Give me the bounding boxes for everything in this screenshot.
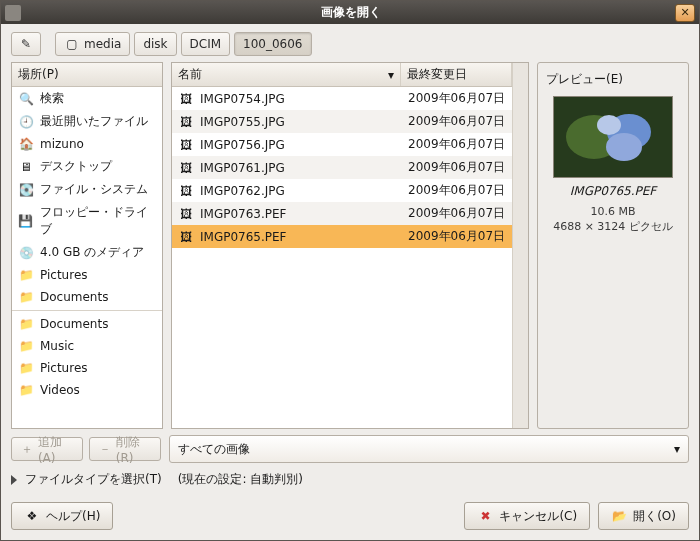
triangle-right-icon [11, 475, 17, 485]
places-item[interactable]: 📁Videos [12, 379, 162, 401]
plus-icon: ＋ [20, 441, 34, 457]
file-name: IMGP0765.PEF [200, 230, 287, 244]
chevron-down-icon: ▾ [674, 442, 680, 456]
places-item[interactable]: 💽ファイル・システム [12, 178, 162, 201]
file-row[interactable]: 🖼IMGP0761.JPG2009年06月07日 [172, 156, 512, 179]
folder-icon: 📁 [18, 289, 34, 305]
path-segment[interactable]: DCIM [181, 32, 231, 56]
image-file-icon: 🖼 [178, 229, 194, 245]
thumbnail-image-icon [554, 97, 672, 177]
file-name: IMGP0761.JPG [200, 161, 285, 175]
scrollbar[interactable] [512, 63, 528, 428]
file-row[interactable]: 🖼IMGP0763.PEF2009年06月07日 [172, 202, 512, 225]
filetype-expander[interactable]: ファイルタイプを選択(T) (現在の設定: 自動判別) [11, 469, 689, 490]
places-item[interactable]: 🔍検索 [12, 87, 162, 110]
file-date: 2009年06月07日 [402, 202, 512, 225]
file-date: 2009年06月07日 [402, 110, 512, 133]
minus-icon: － [98, 441, 112, 457]
places-item-label: フロッピー・ドライブ [40, 204, 156, 238]
places-item[interactable]: 🕘最近開いたファイル [12, 110, 162, 133]
places-item-label: Documents [40, 290, 108, 304]
folder-icon: 📁 [18, 360, 34, 376]
places-item[interactable]: 📁Pictures [12, 264, 162, 286]
places-item[interactable]: 💾フロッピー・ドライブ [12, 201, 162, 241]
places-item-label: Pictures [40, 268, 88, 282]
image-file-icon: 🖼 [178, 137, 194, 153]
places-buttons: ＋追加(A) －削除(R) [11, 437, 161, 461]
places-item[interactable]: 🏠mizuno [12, 133, 162, 155]
file-list-panel: 名前 ▾ 最終変更日 🖼IMGP0754.JPG2009年06月07日🖼IMGP… [171, 62, 529, 429]
edit-path-button[interactable]: ✎ [11, 32, 41, 56]
recent-icon: 🕘 [18, 114, 34, 130]
preview-thumbnail [553, 96, 673, 178]
preview-panel: プレビュー(E) IMGP0765.PEF 10.6 MB 4688 × 312… [537, 62, 689, 429]
file-name: IMGP0756.JPG [200, 138, 285, 152]
sort-indicator-icon: ▾ [388, 68, 394, 82]
column-header-name[interactable]: 名前 ▾ [172, 63, 401, 86]
path-segment[interactable]: disk [134, 32, 176, 56]
path-segment[interactable]: ▢ media [55, 32, 130, 56]
file-row[interactable]: 🖼IMGP0765.PEF2009年06月07日 [172, 225, 512, 248]
folder-icon: 📁 [18, 267, 34, 283]
places-item-label: Pictures [40, 361, 88, 375]
places-item[interactable]: 📁Documents [12, 286, 162, 308]
preview-meta: 10.6 MB 4688 × 3124 ピクセル [553, 204, 673, 235]
file-name: IMGP0754.JPG [200, 92, 285, 106]
file-date: 2009年06月07日 [402, 87, 512, 110]
open-folder-icon: 📂 [611, 508, 627, 524]
places-item-label: 最近開いたファイル [40, 113, 148, 130]
image-file-icon: 🖼 [178, 114, 194, 130]
folder-icon: 📁 [18, 338, 34, 354]
places-item[interactable]: 💿4.0 GB のメディア [12, 241, 162, 264]
places-item-label: Documents [40, 317, 108, 331]
path-segment-current[interactable]: 100_0606 [234, 32, 311, 56]
file-name: IMGP0762.JPG [200, 184, 285, 198]
help-button[interactable]: ❖ ヘルプ(H) [11, 502, 113, 530]
cancel-icon: ✖ [477, 508, 493, 524]
remove-place-button[interactable]: －削除(R) [89, 437, 161, 461]
places-item-label: Music [40, 339, 74, 353]
preview-filename: IMGP0765.PEF [570, 184, 657, 198]
dialog-body: ✎ ▢ media disk DCIM 100_0606 場所(P) 🔍検索🕘最… [1, 24, 699, 540]
app-icon [5, 5, 21, 21]
file-open-dialog: 画像を開く ✕ ✎ ▢ media disk DCIM 100_0606 場所(… [0, 0, 700, 541]
close-button[interactable]: ✕ [675, 4, 695, 22]
column-header-modified[interactable]: 最終変更日 [401, 63, 512, 86]
places-item[interactable]: 📁Documents [12, 313, 162, 335]
file-date: 2009年06月07日 [402, 225, 512, 248]
image-file-icon: 🖼 [178, 183, 194, 199]
places-item-label: ファイル・システム [40, 181, 148, 198]
folder-icon: 📁 [18, 382, 34, 398]
places-item[interactable]: 🖥デスクトップ [12, 155, 162, 178]
help-icon: ❖ [24, 508, 40, 524]
places-header[interactable]: 場所(P) [12, 63, 162, 87]
file-list[interactable]: 🖼IMGP0754.JPG2009年06月07日🖼IMGP0755.JPG200… [172, 87, 512, 428]
file-row[interactable]: 🖼IMGP0755.JPG2009年06月07日 [172, 110, 512, 133]
image-file-icon: 🖼 [178, 91, 194, 107]
file-row[interactable]: 🖼IMGP0762.JPG2009年06月07日 [172, 179, 512, 202]
places-list: 🔍検索🕘最近開いたファイル🏠mizuno🖥デスクトップ💽ファイル・システム💾フロ… [12, 87, 162, 428]
drive-icon: ▢ [64, 36, 80, 52]
pencil-icon: ✎ [18, 36, 34, 52]
file-date: 2009年06月07日 [402, 133, 512, 156]
svg-point-4 [597, 115, 621, 135]
image-file-icon: 🖼 [178, 206, 194, 222]
places-item-label: 4.0 GB のメディア [40, 244, 144, 261]
file-row[interactable]: 🖼IMGP0754.JPG2009年06月07日 [172, 87, 512, 110]
window-title: 画像を開く [27, 4, 675, 21]
places-item[interactable]: 📁Pictures [12, 357, 162, 379]
home-icon: 🏠 [18, 136, 34, 152]
file-row[interactable]: 🖼IMGP0756.JPG2009年06月07日 [172, 133, 512, 156]
svg-point-3 [606, 133, 642, 161]
cancel-button[interactable]: ✖ キャンセル(C) [464, 502, 590, 530]
open-button[interactable]: 📂 開く(O) [598, 502, 689, 530]
places-item-label: mizuno [40, 137, 84, 151]
places-item[interactable]: 📁Music [12, 335, 162, 357]
places-item-label: Videos [40, 383, 80, 397]
add-place-button[interactable]: ＋追加(A) [11, 437, 83, 461]
titlebar[interactable]: 画像を開く ✕ [1, 1, 699, 24]
filter-select[interactable]: すべての画像 ▾ [169, 435, 689, 463]
file-name: IMGP0763.PEF [200, 207, 287, 221]
floppy-icon: 💾 [18, 213, 34, 229]
cd-icon: 💿 [18, 245, 34, 261]
